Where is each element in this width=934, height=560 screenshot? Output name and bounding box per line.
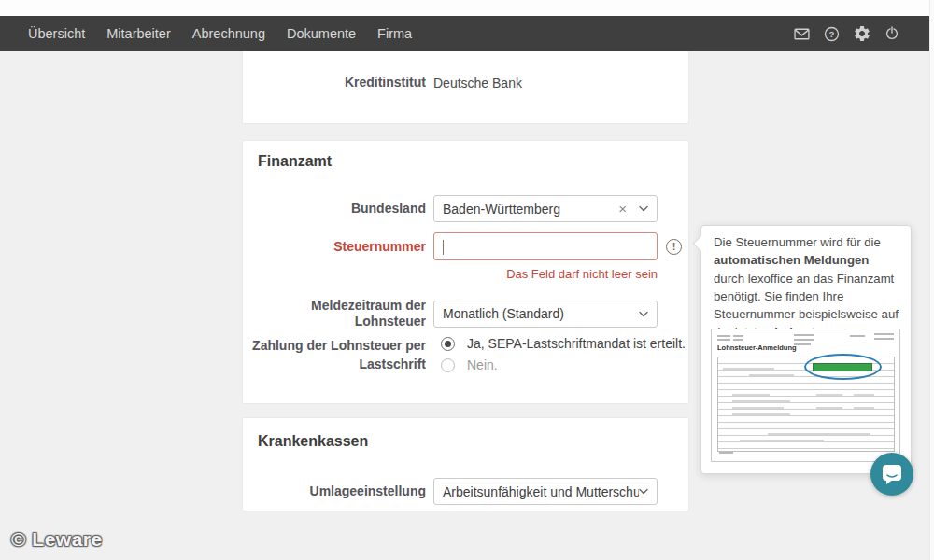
- steuernummer-help-tooltip: Die Steuernummer wird für die automatisc…: [700, 225, 912, 474]
- bundesland-value: Baden-Württemberg: [443, 202, 618, 217]
- steuernummer-error-text: Das Feld darf nicht leer sein: [433, 267, 658, 281]
- help-icon[interactable]: ?: [822, 24, 842, 44]
- lohnsteuer-anmeldung-preview-image: Lohnsteuer-Anmeldung: [711, 329, 900, 462]
- meldezeitraum-label: Meldezeitraum der Lohnsteuer: [243, 298, 433, 329]
- finanzamt-title: Finanzamt: [258, 153, 332, 170]
- leware-watermark: © Leware: [11, 528, 103, 551]
- power-icon[interactable]: [882, 24, 901, 44]
- tooltip-text-1: Die Steuernummer wird für die: [714, 235, 881, 249]
- steuernummer-label: Steuernummer: [243, 239, 433, 255]
- bundesland-select[interactable]: Baden-Württemberg ×: [433, 195, 658, 222]
- chevron-down-icon[interactable]: [639, 205, 648, 212]
- umlage-select[interactable]: Arbeitsunfähigkeit und Mutterschutz (...: [433, 478, 658, 505]
- kreditinstitut-label: Kreditinstitut: [243, 75, 433, 91]
- meldezeitraum-select[interactable]: Monatlich (Standard): [433, 301, 658, 328]
- error-icon: !: [666, 239, 682, 255]
- nav-item-dokumente[interactable]: Dokumente: [287, 26, 356, 41]
- chat-icon: [881, 463, 903, 485]
- meldezeitraum-value: Monatlich (Standard): [443, 306, 639, 321]
- finanzamt-card: Finanzamt Bundesland Baden-Württemberg ×…: [242, 140, 689, 404]
- radio-option-ja[interactable]: Ja, SEPA-Lastschriftmandat ist erteilt.: [441, 336, 686, 351]
- radio-nein-label: Nein.: [467, 357, 498, 372]
- krankenkassen-title: Krankenkassen: [258, 433, 368, 450]
- lastschrift-label: Zahlung der Lohnsteuer per Lastschrift: [243, 336, 433, 373]
- mail-icon[interactable]: [792, 24, 812, 44]
- kreditinstitut-value: Deutsche Bank: [433, 76, 522, 91]
- chevron-down-icon[interactable]: [639, 488, 648, 495]
- nav-icon-group: ?: [792, 16, 901, 51]
- bundesland-label: Bundesland: [243, 201, 433, 217]
- clear-icon[interactable]: ×: [618, 202, 627, 216]
- radio-option-nein[interactable]: Nein.: [441, 357, 686, 372]
- krankenkassen-card: Krankenkassen Umlageeinstellung Arbeitsu…: [242, 417, 689, 511]
- lastschrift-label-line1: Zahlung der Lohnsteuer per: [252, 338, 426, 353]
- settings-icon[interactable]: [852, 24, 871, 44]
- nav-item-abrechnung[interactable]: Abrechnung: [192, 26, 265, 41]
- nav-item-uebersicht[interactable]: Übersicht: [28, 26, 85, 41]
- radio-ja-label: Ja, SEPA-Lastschriftmandat ist erteilt.: [467, 336, 686, 351]
- lastschrift-label-line2: Lastschrift: [359, 357, 426, 371]
- page-top-strip: [0, 0, 934, 16]
- radio-unselected-icon[interactable]: [441, 358, 455, 372]
- chat-launcher-button[interactable]: [870, 453, 913, 496]
- umlage-label: Umlageeinstellung: [243, 483, 433, 499]
- nav-item-firma[interactable]: Firma: [377, 26, 412, 41]
- scrollbar[interactable]: [929, 0, 934, 560]
- tooltip-text-bold-1: automatischen Meldungen: [714, 253, 869, 267]
- lastschrift-radio-group: Ja, SEPA-Lastschriftmandat ist erteilt. …: [433, 336, 686, 372]
- preview-circle-annotation: [804, 354, 882, 380]
- chevron-down-icon[interactable]: [639, 311, 648, 317]
- preview-doc-title: Lohnsteuer-Anmeldung: [717, 343, 797, 352]
- radio-selected-icon[interactable]: [441, 337, 455, 351]
- main-navbar: Übersicht Mitarbeiter Abrechnung Dokumen…: [0, 16, 929, 51]
- svg-text:?: ?: [829, 29, 835, 39]
- nav-menu: Übersicht Mitarbeiter Abrechnung Dokumen…: [0, 26, 412, 41]
- text-caret: [443, 240, 444, 255]
- umlage-value: Arbeitsunfähigkeit und Mutterschutz (...: [443, 484, 639, 499]
- steuernummer-input[interactable]: [433, 232, 658, 260]
- nav-item-mitarbeiter[interactable]: Mitarbeiter: [106, 26, 171, 41]
